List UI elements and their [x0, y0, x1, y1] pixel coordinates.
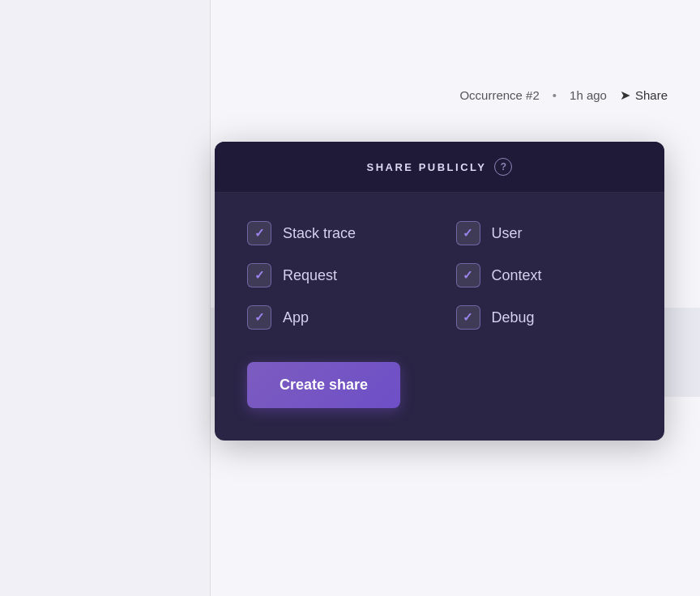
- checkbox-app[interactable]: ✓: [247, 305, 271, 330]
- checkbox-label-user: User: [492, 225, 523, 242]
- checkbox-request[interactable]: ✓: [247, 263, 271, 287]
- checkmark-request: ✓: [254, 268, 265, 283]
- checkmark-app: ✓: [254, 310, 265, 325]
- checkbox-label-request: Request: [283, 267, 337, 284]
- occurrence-text: Occurrence #2: [459, 88, 539, 102]
- help-icon-label: ?: [501, 161, 506, 172]
- checkbox-stack-trace[interactable]: ✓: [247, 221, 271, 245]
- checkbox-item-stack-trace[interactable]: ✓ Stack trace: [247, 221, 424, 245]
- share-publicly-modal: SHARE PUBLICLY ? ✓ Stack trace ✓ User: [215, 142, 664, 441]
- checkmark-user: ✓: [463, 226, 473, 241]
- modal-body: ✓ Stack trace ✓ User ✓ Request: [215, 193, 664, 441]
- checkmark-debug: ✓: [463, 310, 473, 325]
- sidebar-background: [0, 0, 211, 596]
- checkbox-context[interactable]: ✓: [456, 263, 480, 287]
- checkbox-item-user[interactable]: ✓ User: [456, 221, 633, 245]
- help-icon[interactable]: ?: [494, 158, 512, 176]
- share-link[interactable]: ➤ Share: [620, 87, 668, 103]
- share-arrow-icon: ➤: [620, 87, 630, 103]
- checkbox-label-stack-trace: Stack trace: [283, 225, 356, 242]
- time-ago-text: 1h ago: [570, 88, 607, 102]
- checkbox-user[interactable]: ✓: [456, 221, 480, 245]
- modal-header: SHARE PUBLICLY ?: [215, 142, 664, 193]
- checkbox-item-request[interactable]: ✓ Request: [247, 263, 424, 287]
- checkbox-label-context: Context: [492, 267, 542, 284]
- checkbox-debug[interactable]: ✓: [456, 305, 480, 330]
- checkbox-item-context[interactable]: ✓ Context: [456, 263, 633, 287]
- occurrence-bar: Occurrence #2 • 1h ago ➤ Share: [459, 87, 668, 103]
- checkbox-label-debug: Debug: [492, 309, 535, 326]
- create-share-button[interactable]: Create share: [247, 362, 400, 408]
- checkmark-context: ✓: [463, 268, 473, 283]
- share-link-label: Share: [635, 88, 668, 102]
- checkbox-label-app: App: [283, 309, 309, 326]
- checkmark-stack-trace: ✓: [254, 226, 265, 241]
- checkbox-item-app[interactable]: ✓ App: [247, 305, 424, 330]
- checkbox-grid: ✓ Stack trace ✓ User ✓ Request: [247, 221, 632, 330]
- checkbox-item-debug[interactable]: ✓ Debug: [456, 305, 633, 330]
- modal-title: SHARE PUBLICLY: [367, 161, 487, 173]
- separator-dot: •: [553, 88, 557, 102]
